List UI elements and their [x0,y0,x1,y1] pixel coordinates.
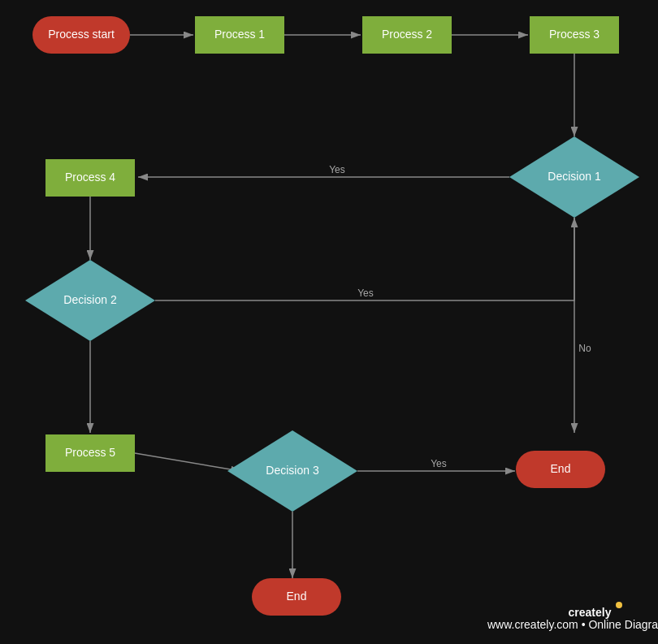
brand-logo: creately [569,606,612,619]
brand-url: www.creately.com • Online Diagramming [487,618,658,631]
yes2-label: Yes [357,287,374,299]
yes3-label: Yes [431,458,447,469]
decision3-label: Decision 3 [266,464,319,477]
decision2-label: Decision 2 [63,293,117,306]
process3-label: Process 3 [549,28,600,41]
no1-label: No [578,343,591,354]
process1-label: Process 1 [214,28,265,41]
svg-line-10 [135,453,240,471]
process2-label: Process 2 [382,28,432,41]
flowchart-diagram: Process start Process 1 Process 2 Proces… [0,0,658,644]
process-start-label: Process start [48,28,115,41]
end1-label: End [551,462,571,475]
end2-label: End [287,590,307,603]
process5-label: Process 5 [65,446,115,459]
yes1-label: Yes [329,164,345,175]
decision1-label: Decision 1 [548,170,601,183]
process4-label: Process 4 [65,171,115,184]
svg-point-13 [616,602,622,608]
